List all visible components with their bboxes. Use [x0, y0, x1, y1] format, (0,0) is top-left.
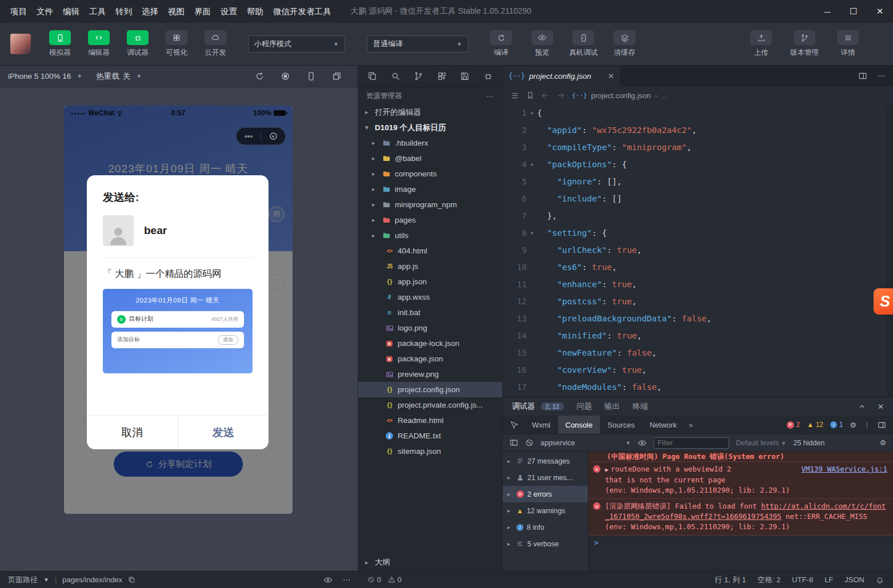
tree-file-row[interactable]: {}project.private.config.js...: [358, 397, 502, 413]
tree-folder-row[interactable]: ▸.hbuilderx: [358, 135, 502, 151]
tab-output[interactable]: 输出: [604, 401, 620, 412]
navigate-back-icon[interactable]: [541, 91, 550, 100]
fold-chevron-icon[interactable]: ▾: [527, 229, 537, 237]
compile-button[interactable]: 编译: [483, 30, 519, 58]
page-path-value[interactable]: pages/index/index: [62, 575, 122, 584]
more-actions-icon[interactable]: ⋯: [486, 92, 495, 100]
menu-tools[interactable]: 工具: [89, 6, 106, 17]
menu-select[interactable]: 选择: [142, 6, 158, 17]
editor-scrollbar[interactable]: [887, 104, 893, 397]
tree-folder-row[interactable]: ▸utils: [358, 228, 502, 243]
console-settings-icon[interactable]: ⚙: [880, 438, 886, 447]
tab-debugger[interactable]: 调试器: [512, 401, 535, 412]
visualizer-toggle-button[interactable]: 可视化: [159, 30, 194, 58]
tree-folder-row[interactable]: ▸image: [358, 182, 502, 197]
tree-file-row[interactable]: JSapp.js: [358, 259, 502, 274]
code-line[interactable]: 8▾ "setting": {: [503, 224, 893, 241]
menu-view[interactable]: 视图: [168, 6, 185, 17]
errors-status[interactable]: 0: [367, 575, 381, 584]
device-icon[interactable]: [306, 71, 316, 81]
expand-arrow-icon[interactable]: ▶: [605, 466, 608, 473]
bookmark-icon[interactable]: [526, 91, 534, 99]
menu-edit[interactable]: 编辑: [63, 6, 79, 17]
code-line[interactable]: 2 "appid": "wx75c2922fb0a2a4c2",: [503, 122, 893, 139]
mode-select[interactable]: 小程序模式 ▼: [248, 35, 345, 53]
extensions-icon[interactable]: [437, 71, 447, 81]
warnings-status[interactable]: 0: [388, 575, 402, 584]
console-error-message[interactable]: (中国标准时间) Page Route 错误(System error): [588, 452, 893, 462]
multi-window-icon[interactable]: [332, 71, 342, 81]
user-avatar[interactable]: [10, 34, 31, 54]
navigate-forward-icon[interactable]: [556, 91, 565, 100]
debugger-toggle-button[interactable]: 调试器: [120, 30, 155, 58]
filter-verbose[interactable]: ▸5 verbose: [503, 535, 588, 552]
devtools-settings-icon[interactable]: ⚙: [850, 421, 856, 429]
more-actions-icon[interactable]: ⋯: [343, 575, 350, 584]
filter-user-messages[interactable]: ▸21 user mes...: [503, 469, 588, 486]
stop-icon[interactable]: [281, 71, 290, 81]
send-button[interactable]: 发送: [178, 416, 269, 449]
source-control-icon[interactable]: [414, 71, 423, 81]
filter-warnings[interactable]: ▸▲12 warnings: [503, 502, 588, 519]
tree-file-row[interactable]: ⊞init.bat: [358, 305, 502, 320]
eye-icon[interactable]: [638, 438, 647, 448]
code-line[interactable]: 10 "es6": true,: [503, 259, 893, 276]
tree-file-row[interactable]: iREADME.txt: [358, 428, 502, 444]
source-link[interactable]: VM139 WAService.js:1: [801, 464, 887, 474]
indentation[interactable]: 空格: 2: [758, 575, 780, 585]
info-count-badge[interactable]: i 1: [830, 421, 843, 429]
tree-file-row[interactable]: logo.png: [358, 320, 502, 336]
save-icon[interactable]: [460, 71, 470, 81]
code-line[interactable]: 1▾{: [503, 104, 893, 122]
console-error-message[interactable]: ✕ ▶VM139 WAService.js:1routeDone with a …: [588, 462, 893, 499]
tab-console[interactable]: Console: [558, 416, 600, 434]
close-button[interactable]: ✕: [867, 0, 893, 23]
tree-folder-row[interactable]: ▸pages: [358, 212, 502, 228]
menu-project[interactable]: 项目: [10, 6, 27, 17]
menu-goto[interactable]: 转到: [115, 6, 132, 17]
code-line[interactable]: 5 "ignore": [],: [503, 173, 893, 190]
refresh-icon[interactable]: [255, 71, 265, 81]
tab-problems[interactable]: 问题: [576, 401, 592, 412]
tree-folder-row[interactable]: ▸miniprogram_npm: [358, 197, 502, 212]
device-select[interactable]: iPhone 5 100% 16: [8, 72, 71, 80]
code-line[interactable]: 9 "urlCheck": true,: [503, 241, 893, 259]
version-control-button[interactable]: 版本管理: [787, 30, 822, 58]
tab-sources[interactable]: Sources: [600, 416, 642, 434]
code-line[interactable]: 16 "coverView": true,: [503, 361, 893, 378]
tree-file-row[interactable]: <>Readme.html: [358, 413, 502, 428]
code-line[interactable]: 15 "newFeature": false,: [503, 344, 893, 361]
code-editor[interactable]: 1▾{2 "appid": "wx75c2922fb0a2a4c2",3 "co…: [503, 104, 893, 397]
eol-type[interactable]: LF: [824, 575, 833, 584]
cursor-position[interactable]: 行 1, 列 1: [715, 575, 746, 585]
sidebar-toggle-icon[interactable]: [510, 438, 518, 447]
eye-icon[interactable]: [323, 575, 333, 585]
tab-wxml[interactable]: Wxml: [524, 416, 558, 434]
fold-chevron-icon[interactable]: ▾: [527, 161, 537, 168]
filter-all-messages[interactable]: ▸27 messages: [503, 453, 588, 469]
console-error-message[interactable]: ✕ [渲染层网络层错误] Failed to load font http://…: [588, 499, 893, 535]
project-root-row[interactable]: ▾ D1019 个人目标日历: [358, 120, 502, 135]
more-actions-icon[interactable]: ⋯: [878, 71, 885, 80]
tree-file-row[interactable]: npackage-lock.json: [358, 336, 502, 351]
menu-settings[interactable]: 设置: [221, 6, 237, 17]
hot-reload-value[interactable]: 关: [123, 71, 131, 82]
code-line[interactable]: 4▾ "packOptions": {: [503, 156, 893, 173]
cancel-button[interactable]: 取消: [87, 416, 178, 449]
code-line[interactable]: 7 },: [503, 207, 893, 224]
maximize-button[interactable]: ☐: [840, 0, 867, 23]
tree-file-row[interactable]: preview.png: [358, 367, 502, 382]
warning-count-badge[interactable]: ▲ 12: [807, 421, 823, 429]
code-line[interactable]: 12 "postcss": true,: [503, 293, 893, 310]
tree-file-row[interactable]: {}app.json: [358, 274, 502, 289]
context-select[interactable]: appservice ▼: [540, 439, 631, 447]
floating-logo-sticker[interactable]: S: [874, 288, 893, 315]
upload-button[interactable]: 上传: [743, 30, 779, 58]
code-line[interactable]: 13 "preloadBackgroundData": false,: [503, 310, 893, 327]
close-tab-icon[interactable]: ✕: [608, 71, 614, 80]
menu-help[interactable]: 帮助: [247, 6, 263, 17]
tree-file-row[interactable]: <>404.html: [358, 243, 502, 259]
tree-file-row[interactable]: #app.wxss: [358, 289, 502, 305]
filter-info[interactable]: ▸i8 info: [503, 519, 588, 535]
details-button[interactable]: 详情: [830, 30, 866, 58]
